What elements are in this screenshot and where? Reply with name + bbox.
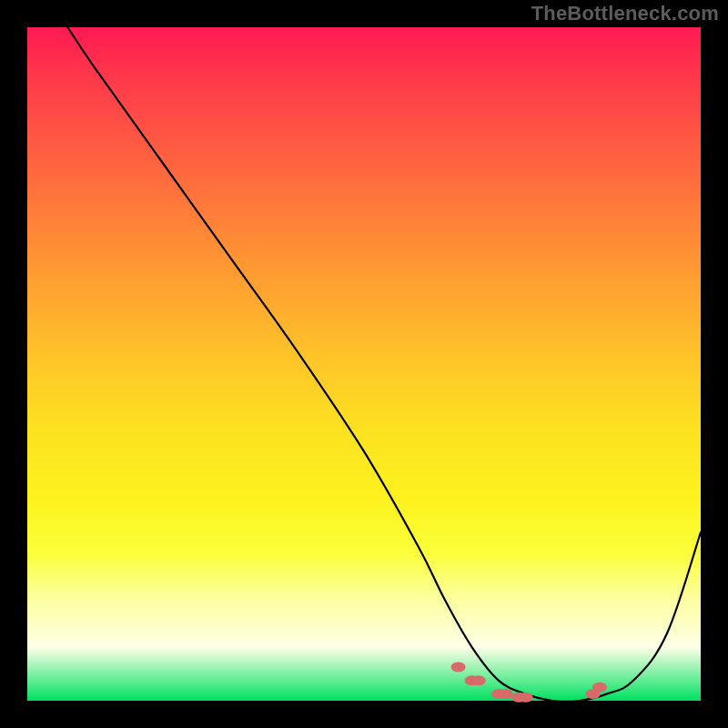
- marker-dot: [471, 675, 486, 685]
- marker-dot: [592, 682, 607, 693]
- bottleneck-curve: [67, 27, 701, 702]
- flat-region-markers: [451, 662, 607, 703]
- marker-dot: [498, 689, 512, 699]
- watermark-text: TheBottleneck.com: [531, 2, 719, 25]
- plot-area: [27, 27, 701, 701]
- marker-dot: [451, 662, 466, 672]
- chart-frame: TheBottleneck.com: [0, 0, 728, 728]
- curve-svg: [27, 27, 701, 701]
- marker-dot: [519, 693, 533, 703]
